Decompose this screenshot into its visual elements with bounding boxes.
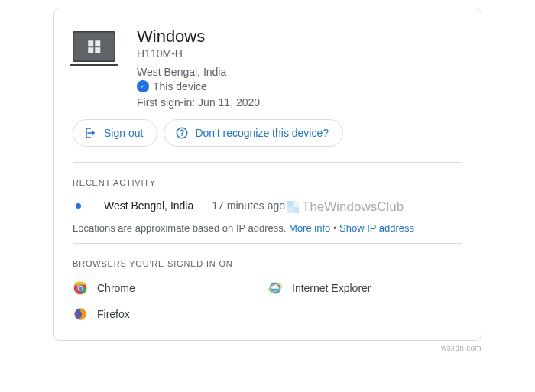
firefox-icon (73, 306, 88, 322)
this-device-badge: This device (137, 80, 260, 92)
browser-name: Internet Explorer (292, 282, 371, 294)
device-os: Windows (137, 27, 260, 47)
browser-name: Firefox (97, 308, 130, 320)
browser-item: Chrome (73, 280, 268, 296)
disclaimer-row: Locations are approximate based on IP ad… (73, 222, 462, 234)
check-icon (137, 80, 149, 92)
sign-out-button[interactable]: Sign out (73, 119, 157, 147)
recent-activity-section: Recent Activity TheWindowsClub West Beng… (73, 162, 462, 243)
ie-icon (268, 280, 283, 296)
dont-recognize-button[interactable]: Don't recognize this device? (164, 119, 343, 147)
browser-name: Chrome (97, 282, 135, 294)
activity-row: West Bengal, India 17 minutes ago (73, 199, 462, 212)
dont-recognize-label: Don't recognize this device? (195, 127, 329, 139)
recent-heading: Recent Activity (73, 178, 462, 187)
button-row: Sign out Don't recognize this device? (73, 119, 462, 147)
activity-location: West Bengal, India (104, 199, 193, 212)
activity-time: 17 minutes ago (212, 199, 285, 212)
device-model: H110M-H (137, 47, 260, 60)
browsers-heading: Browsers you're signed in on (73, 259, 462, 268)
device-info: Windows H110M-H West Bengal, India This … (137, 27, 260, 109)
svg-point-3 (79, 287, 83, 290)
device-header: Windows H110M-H West Bengal, India This … (73, 27, 462, 109)
browser-item: Firefox (73, 306, 268, 322)
disclaimer-text: Locations are approximate based on IP ad… (73, 222, 286, 234)
browsers-section: Browsers you're signed in on Chrome Inte… (73, 243, 462, 325)
this-device-label: This device (153, 80, 207, 92)
chrome-icon (73, 280, 88, 296)
sign-out-label: Sign out (104, 127, 143, 139)
help-icon (175, 126, 189, 140)
activity-dot-icon (76, 203, 81, 209)
first-signin: First sign-in: Jun 11, 2020 (137, 96, 260, 109)
browser-item: Internet Explorer (268, 280, 462, 296)
attribution: wsxdn.com (54, 344, 481, 352)
sign-out-icon (84, 126, 98, 140)
show-ip-link[interactable]: Show IP address (339, 222, 414, 234)
device-location: West Bengal, India (137, 66, 260, 78)
more-info-link[interactable]: More info (289, 222, 330, 234)
windows-pc-icon (73, 31, 115, 62)
device-card: Windows H110M-H West Bengal, India This … (54, 8, 481, 341)
